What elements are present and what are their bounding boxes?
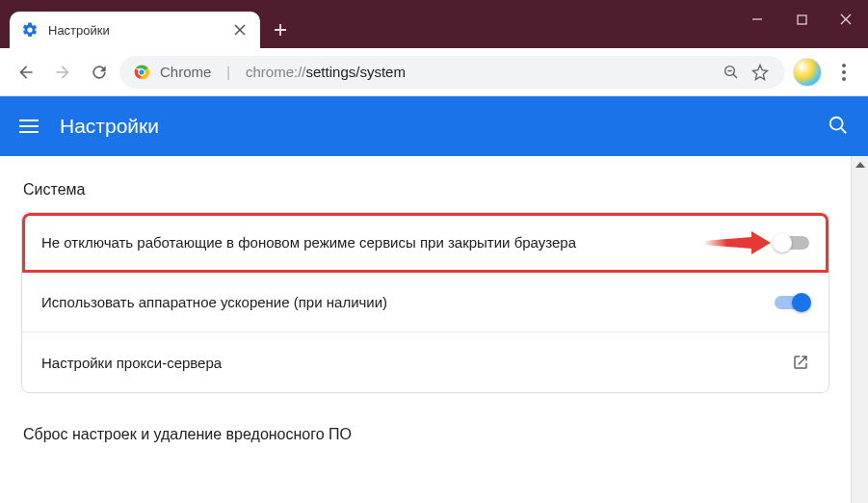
section-title-system: Система bbox=[23, 181, 829, 199]
setting-label: Не отключать работающие в фоновом режиме… bbox=[41, 234, 775, 251]
reload-button[interactable] bbox=[83, 56, 116, 89]
close-tab-button[interactable] bbox=[231, 21, 249, 39]
tab-title: Настройки bbox=[48, 23, 222, 38]
settings-header: Настройки bbox=[0, 96, 868, 156]
chevron-up-icon bbox=[855, 162, 865, 168]
svg-rect-0 bbox=[798, 15, 806, 24]
address-bar: Chrome | chrome://settings/system bbox=[0, 48, 868, 96]
new-tab-button[interactable] bbox=[266, 15, 295, 44]
back-button[interactable] bbox=[10, 56, 42, 89]
section-title-reset: Сброс настроек и удаление вредоносного П… bbox=[23, 426, 829, 443]
close-icon bbox=[840, 13, 852, 25]
vertical-scrollbar[interactable] bbox=[851, 156, 868, 503]
arrow-left-icon bbox=[16, 63, 36, 82]
hamburger-icon bbox=[19, 131, 39, 133]
menu-toggle-button[interactable] bbox=[19, 119, 39, 133]
plus-icon bbox=[274, 23, 287, 37]
close-window-button[interactable] bbox=[824, 0, 868, 39]
gear-icon bbox=[21, 21, 39, 39]
toggle-background-apps[interactable] bbox=[775, 236, 809, 250]
zoom-icon bbox=[723, 64, 740, 81]
open-external-icon bbox=[792, 354, 809, 371]
reload-icon bbox=[90, 63, 109, 82]
star-icon bbox=[751, 64, 769, 81]
system-settings-card: Не отключать работающие в фоновом режиме… bbox=[21, 212, 829, 393]
minimize-button[interactable] bbox=[735, 0, 779, 39]
search-icon bbox=[828, 115, 849, 136]
setting-row-hardware-accel[interactable]: Использовать аппаратное ускорение (при н… bbox=[22, 273, 829, 332]
chrome-icon bbox=[133, 64, 150, 81]
hamburger-icon bbox=[19, 125, 39, 127]
window-controls bbox=[735, 0, 868, 39]
setting-row-proxy[interactable]: Настройки прокси-сервера bbox=[22, 332, 829, 392]
settings-content: Система Не отключать работающие в фоново… bbox=[0, 156, 851, 503]
svg-point-5 bbox=[830, 117, 843, 129]
arrow-right-icon bbox=[53, 63, 72, 82]
annotation-arrow-icon bbox=[703, 230, 771, 255]
browser-menu-button[interactable] bbox=[829, 56, 858, 89]
svg-marker-6 bbox=[703, 231, 771, 254]
profile-avatar[interactable] bbox=[793, 58, 822, 87]
bookmark-button[interactable] bbox=[749, 61, 772, 84]
hamburger-icon bbox=[19, 119, 39, 121]
setting-label: Настройки прокси-сервера bbox=[41, 355, 792, 371]
dot-icon bbox=[842, 70, 846, 74]
url-text: chrome://settings/system bbox=[246, 64, 406, 80]
browser-tab[interactable]: Настройки bbox=[10, 12, 260, 48]
setting-row-background-apps[interactable]: Не отключать работающие в фоновом режиме… bbox=[22, 213, 829, 273]
setting-label: Использовать аппаратное ускорение (при н… bbox=[41, 294, 775, 310]
url-brand-text: Chrome bbox=[160, 64, 211, 80]
search-settings-button[interactable] bbox=[828, 115, 849, 139]
content-area: Система Не отключать работающие в фоново… bbox=[0, 156, 868, 503]
url-actions bbox=[720, 61, 772, 84]
zoom-button[interactable] bbox=[720, 61, 743, 84]
scroll-up-button[interactable] bbox=[852, 156, 868, 173]
url-bar[interactable]: Chrome | chrome://settings/system bbox=[119, 56, 785, 89]
maximize-icon bbox=[797, 14, 807, 25]
forward-button[interactable] bbox=[46, 56, 79, 89]
maximize-button[interactable] bbox=[779, 0, 824, 39]
page-title: Настройки bbox=[60, 115, 159, 138]
url-separator: | bbox=[226, 65, 230, 80]
close-icon bbox=[234, 24, 246, 36]
window-titlebar: Настройки bbox=[0, 0, 868, 48]
minimize-icon bbox=[751, 13, 763, 25]
toggle-hardware-accel[interactable] bbox=[775, 296, 809, 309]
dot-icon bbox=[842, 77, 846, 81]
dot-icon bbox=[842, 64, 846, 67]
